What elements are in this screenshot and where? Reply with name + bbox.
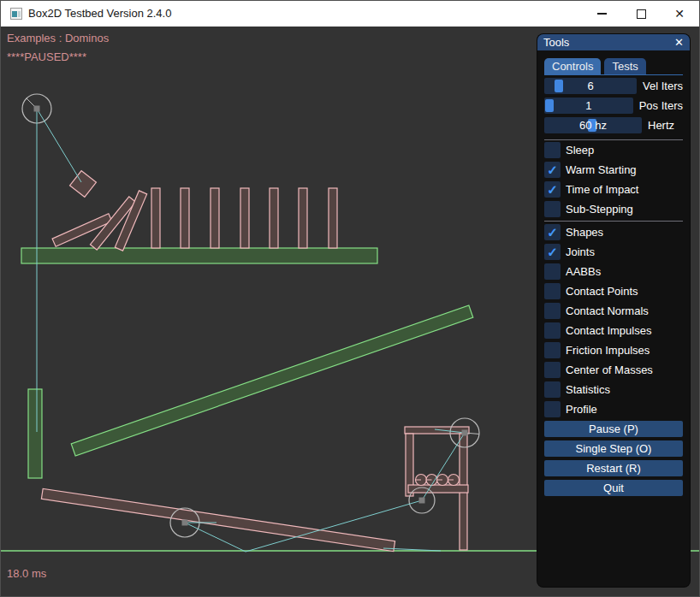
checkmark-icon[interactable]: ✓ <box>544 181 561 198</box>
checkbox-box[interactable] <box>544 342 561 358</box>
minimize-button[interactable] <box>582 1 621 27</box>
scene-dynamic-body[interactable] <box>70 171 97 198</box>
checkbox-box[interactable] <box>544 201 561 217</box>
slider-value: 60 hz <box>544 117 642 133</box>
checkmark-icon[interactable]: ✓ <box>544 244 561 260</box>
scene-static-body <box>21 248 377 263</box>
slider-label: Pos Iters <box>639 99 683 112</box>
scene-static-body <box>28 389 42 478</box>
checkbox-label: Sleep <box>566 144 594 157</box>
checkbox-aabbs[interactable]: AABBs <box>544 263 683 280</box>
checkbox-profile[interactable]: Profile <box>544 401 683 417</box>
checkbox-label: Contact Normals <box>566 304 649 317</box>
scene-dynamic-body[interactable] <box>211 188 219 248</box>
checkbox-contact-impulses[interactable]: Contact Impulses <box>544 322 683 339</box>
checkbox-box[interactable] <box>544 381 561 398</box>
sliders: 6Vel Iters1Pos Iters60 hzHertz <box>544 78 683 133</box>
maximize-icon <box>637 9 646 19</box>
checkbox-label: Center of Masses <box>566 364 653 376</box>
scene-dynamic-body[interactable] <box>240 188 249 248</box>
joint-anchor <box>34 106 40 112</box>
checkbox-label: Shapes <box>566 226 603 239</box>
tab-tests[interactable]: Tests <box>604 58 645 74</box>
checkbox-box[interactable] <box>544 142 561 158</box>
checkbox-label: Statistics <box>566 383 610 396</box>
window-title: Box2D Testbed Version 2.4.0 <box>28 7 171 20</box>
slider-row-vel-iters: 6Vel Iters <box>544 78 683 94</box>
button-area: Pause (P)Single Step (O)Restart (R)Quit <box>544 421 683 496</box>
slider-value: 6 <box>544 78 637 94</box>
checkbox-shapes[interactable]: ✓Shapes <box>544 224 683 240</box>
tools-panel-titlebar[interactable]: Tools ✕ <box>537 34 690 50</box>
slider-hertz[interactable]: 60 hz <box>544 117 642 133</box>
checkbox-box[interactable] <box>544 362 561 378</box>
button-restart-r[interactable]: Restart (R) <box>544 460 683 476</box>
frame-time-label: 18.0 ms <box>7 567 46 580</box>
checkbox-friction-impulses[interactable]: Friction Impulses <box>544 342 683 358</box>
checkmark-icon[interactable]: ✓ <box>544 224 561 240</box>
checkbox-warm-starting[interactable]: ✓Warm Starting <box>544 162 683 178</box>
joint-anchor <box>182 520 188 526</box>
slider-row-hertz: 60 hzHertz <box>544 117 683 133</box>
separator <box>544 221 683 222</box>
checkbox-box[interactable] <box>544 401 561 417</box>
slider-pos-iters[interactable]: 1 <box>544 98 633 114</box>
checkbox-label: Time of Impact <box>566 183 638 196</box>
tools-panel-title: Tools <box>543 36 569 49</box>
maximize-button[interactable] <box>621 1 661 27</box>
checkbox-label: Contact Points <box>566 285 638 298</box>
checkbox-sleep[interactable]: Sleep <box>544 142 683 158</box>
tools-panel: Tools ✕ ControlsTests 6Vel Iters1Pos Ite… <box>537 34 690 587</box>
button-pause-p[interactable]: Pause (P) <box>544 421 683 437</box>
checkbox-label: Profile <box>566 403 597 416</box>
slider-value: 1 <box>544 98 633 114</box>
tools-panel-content: ControlsTests 6Vel Iters1Pos Iters60 hzH… <box>537 58 690 496</box>
slider-label: Vel Iters <box>643 80 683 92</box>
scene-dynamic-body[interactable] <box>405 427 469 434</box>
joint-anchor <box>462 430 468 436</box>
checkbox-label: AABBs <box>566 265 601 278</box>
checkbox-label: Friction Impulses <box>566 344 650 357</box>
checkbox-time-of-impact[interactable]: ✓Time of Impact <box>544 181 683 198</box>
checkbox-contact-points[interactable]: Contact Points <box>544 283 683 299</box>
checkbox-center-of-masses[interactable]: Center of Masses <box>544 362 683 378</box>
slider-label: Hertz <box>648 119 674 132</box>
checkbox-box[interactable] <box>544 303 561 319</box>
checkbox-area: Sleep✓Warm Starting✓Time of ImpactSub-St… <box>544 142 683 417</box>
checkbox-box[interactable] <box>544 263 561 280</box>
slider-vel-iters[interactable]: 6 <box>544 78 637 94</box>
scene-dynamic-body[interactable] <box>41 488 394 551</box>
scene-dynamic-body[interactable] <box>151 188 160 248</box>
minimize-icon <box>597 13 607 14</box>
joint-line <box>37 109 81 182</box>
checkbox-label: Warm Starting <box>566 163 637 176</box>
checkmark-icon[interactable]: ✓ <box>544 162 561 178</box>
scene-dynamic-body[interactable] <box>270 188 278 248</box>
checkbox-joints[interactable]: ✓Joints <box>544 244 683 260</box>
separator <box>544 139 683 140</box>
checkbox-box[interactable] <box>544 283 561 299</box>
window-titlebar: Box2D Testbed Version 2.4.0 ✕ <box>1 1 699 27</box>
scene-dynamic-body[interactable] <box>299 188 307 248</box>
checkbox-box[interactable] <box>544 322 561 339</box>
checkbox-label: Joints <box>566 245 595 258</box>
checkbox-label: Contact Impulses <box>566 324 651 337</box>
scene-dynamic-body[interactable] <box>329 188 337 248</box>
button-quit[interactable]: Quit <box>544 480 683 496</box>
paused-label: ****PAUSED**** <box>7 50 86 63</box>
checkbox-label: Sub-Stepping <box>566 203 633 216</box>
slider-row-pos-iters: 1Pos Iters <box>544 98 683 114</box>
scene-dynamic-body[interactable] <box>181 188 189 248</box>
checkbox-statistics[interactable]: Statistics <box>544 381 683 398</box>
close-window-button[interactable]: ✕ <box>660 1 699 27</box>
joint-anchor <box>419 498 425 504</box>
app-icon <box>10 8 22 20</box>
tools-panel-close-icon[interactable]: ✕ <box>674 34 684 50</box>
button-single-step-o[interactable]: Single Step (O) <box>544 440 683 457</box>
checkbox-sub-stepping[interactable]: Sub-Stepping <box>544 201 683 217</box>
tab-controls[interactable]: Controls <box>544 58 601 74</box>
tab-bar: ControlsTests <box>544 58 683 75</box>
example-label: Examples : Dominos <box>7 32 109 44</box>
checkbox-contact-normals[interactable]: Contact Normals <box>544 303 683 319</box>
